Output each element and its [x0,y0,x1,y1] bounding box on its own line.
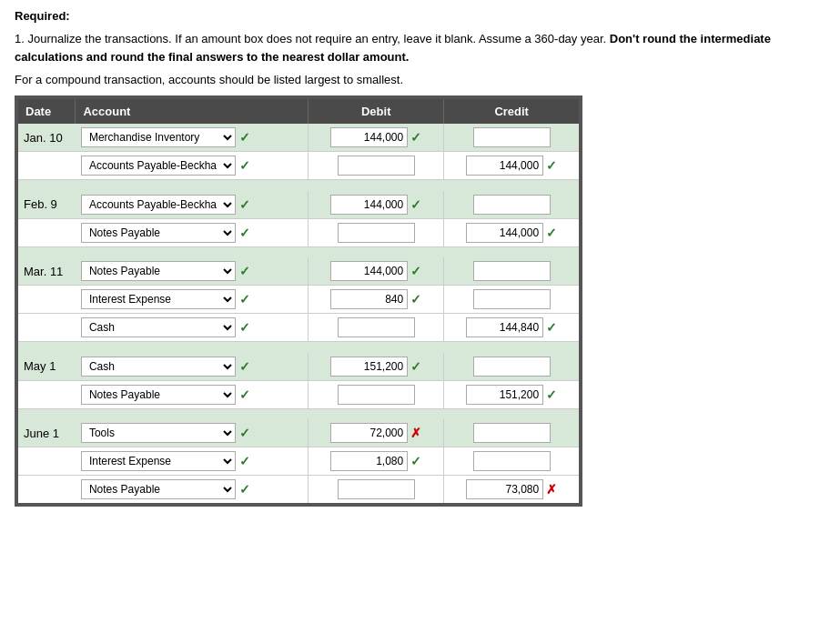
debit-cell[interactable] [309,152,444,180]
credit-input[interactable] [473,261,551,281]
debit-input[interactable] [338,156,415,176]
date-cell: Jan. 10 [17,124,76,152]
date-cell: June 1 [17,419,76,447]
account-select[interactable]: Notes Payable [81,385,236,405]
debit-cell[interactable] [309,218,444,246]
credit-input[interactable] [466,317,543,337]
table-row: Jan. 10Merchandise Inventory✓✓ [17,124,580,152]
credit-input[interactable] [473,289,551,309]
table-row: Accounts Payable-Beckham Co.✓✓ [17,152,580,180]
debit-input[interactable] [338,317,415,337]
debit-input[interactable] [330,289,408,309]
credit-cell[interactable]: ✓ [444,380,580,408]
account-select[interactable]: Notes Payable [81,479,236,499]
credit-cell[interactable]: ✓ [444,314,580,342]
col-account: Account [76,98,309,124]
account-select[interactable]: Notes Payable [81,223,236,243]
debit-cell[interactable]: ✓ [309,191,444,219]
debit-cell[interactable]: ✓ [309,286,444,314]
account-select[interactable]: Tools [81,423,236,443]
debit-cell[interactable]: ✗ [309,419,444,447]
credit-input[interactable] [473,451,551,471]
journal-table-container: Date Account Debit Credit Jan. 10Merchan… [15,95,582,507]
account-check-icon: ✓ [239,197,250,212]
credit-cell[interactable]: ✓ [444,152,580,180]
table-row: Interest Expense✓✓ [17,447,580,476]
table-row: Notes Payable✓✓ [17,380,580,408]
debit-input[interactable] [338,223,415,243]
credit-cell[interactable] [444,257,580,286]
account-cell[interactable]: Interest Expense✓ [76,286,309,314]
date-cell [17,314,76,342]
credit-input[interactable] [473,357,551,377]
debit-cell[interactable] [309,314,444,342]
credit-input[interactable] [466,479,543,499]
account-cell[interactable]: Tools✓ [76,419,309,447]
debit-cell[interactable]: ✓ [309,124,444,152]
credit-cell[interactable] [444,191,580,219]
account-select[interactable]: Interest Expense [81,289,236,309]
account-check-icon: ✓ [239,426,250,440]
debit-cell[interactable] [309,476,444,505]
required-label: Required: [15,9,825,23]
account-cell[interactable]: Accounts Payable-Beckham Co.✓ [76,191,309,219]
account-cell[interactable]: Notes Payable✓ [76,380,309,408]
credit-input[interactable] [466,385,543,405]
credit-check-icon: ✗ [546,482,557,497]
credit-cell[interactable] [444,353,580,381]
table-row: June 1Tools✓✗ [17,419,580,447]
debit-input[interactable] [330,423,408,443]
credit-cell[interactable]: ✓ [444,218,580,246]
account-select[interactable]: Cash [81,317,236,337]
debit-input[interactable] [330,195,408,215]
account-cell[interactable]: Notes Payable✓ [76,476,309,505]
account-cell[interactable]: Merchandise Inventory✓ [76,124,309,152]
instructions: 1. Journalize the transactions. If an am… [15,30,825,65]
account-check-icon: ✓ [239,359,250,374]
account-check-icon: ✓ [239,130,250,145]
date-cell [17,476,76,505]
account-select[interactable]: Interest Expense [81,451,236,471]
credit-input[interactable] [466,223,543,243]
credit-check-icon: ✓ [546,387,557,402]
credit-cell[interactable]: ✗ [444,476,580,505]
debit-check-icon: ✓ [410,130,421,145]
credit-cell[interactable] [444,419,580,447]
date-cell: Feb. 9 [17,191,76,219]
account-check-icon: ✓ [239,454,250,468]
credit-input[interactable] [473,195,551,215]
credit-cell[interactable] [444,124,580,152]
account-cell[interactable]: Interest Expense✓ [76,447,309,476]
account-cell[interactable]: Cash✓ [76,353,309,381]
credit-cell[interactable] [444,447,580,476]
account-select[interactable]: Notes Payable [81,261,236,281]
credit-input[interactable] [473,423,551,443]
debit-cell[interactable]: ✓ [309,447,444,476]
debit-input[interactable] [338,385,415,405]
debit-input[interactable] [330,261,408,281]
credit-input[interactable] [473,127,551,147]
debit-input[interactable] [330,127,408,147]
debit-cell[interactable]: ✓ [309,257,444,286]
account-check-icon: ✓ [239,320,250,335]
credit-input[interactable] [466,156,543,176]
debit-input[interactable] [330,357,408,377]
debit-input[interactable] [330,451,408,471]
debit-cell[interactable] [309,380,444,408]
account-cell[interactable]: Notes Payable✓ [76,257,309,286]
account-select[interactable]: Merchandise Inventory [81,127,236,147]
account-cell[interactable]: Notes Payable✓ [76,218,309,246]
account-check-icon: ✓ [239,292,250,306]
date-cell [17,152,76,180]
debit-check-icon: ✓ [410,197,421,212]
account-select[interactable]: Cash [81,357,236,377]
table-row: Mar. 11Notes Payable✓✓ [17,257,580,286]
debit-input[interactable] [338,479,415,499]
account-cell[interactable]: Accounts Payable-Beckham Co.✓ [76,152,309,180]
account-select[interactable]: Accounts Payable-Beckham Co. [81,195,236,215]
account-select[interactable]: Accounts Payable-Beckham Co. [81,156,236,176]
account-cell[interactable]: Cash✓ [76,314,309,342]
date-cell [17,380,76,408]
debit-cell[interactable]: ✓ [309,353,444,381]
credit-cell[interactable] [444,286,580,314]
